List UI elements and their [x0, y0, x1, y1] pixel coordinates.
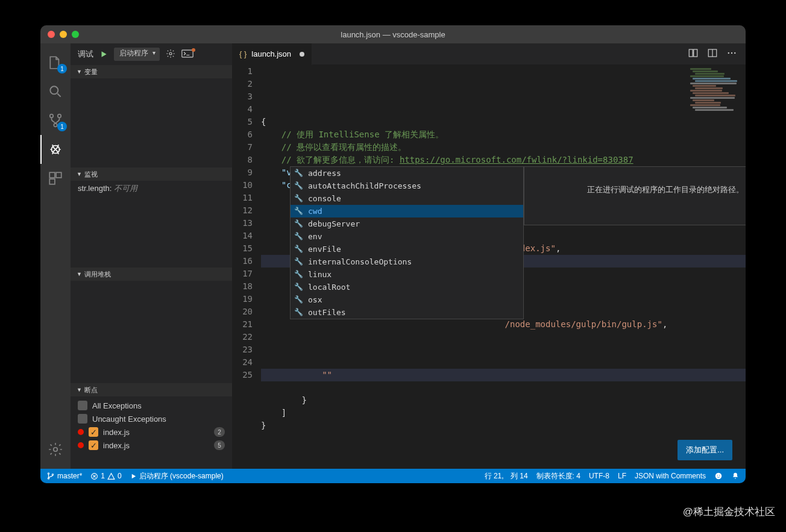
editor-tab[interactable]: { } launch.json — [232, 43, 312, 65]
tab-size[interactable]: 制表符长度: 4 — [536, 471, 580, 481]
checkbox[interactable]: ✓ — [89, 427, 98, 437]
suggest-item[interactable]: 🔧outFiles — [291, 306, 523, 319]
suggest-item[interactable]: 🔧osx — [291, 293, 523, 306]
watermark: @稀土掘金技术社区 — [683, 505, 775, 519]
tab-bar: { } launch.json — [232, 43, 746, 65]
code-line[interactable]: { — [261, 116, 746, 128]
svg-rect-12 — [694, 49, 697, 57]
suggest-item[interactable]: 🔧localRoot — [291, 281, 523, 293]
git-branch[interactable]: master* — [46, 472, 82, 480]
source-control-icon[interactable]: 1 — [40, 106, 71, 135]
code-line[interactable]: // 欲了解更多信息，请访问: https://go.microsoft.com… — [261, 154, 746, 166]
suggest-item[interactable]: 🔧autoAttachChildProcesses — [291, 180, 523, 192]
section-variables-body — [71, 78, 232, 167]
suggest-item[interactable]: 🔧address — [291, 167, 523, 180]
breakpoint-row[interactable]: ✓index.js2 — [71, 425, 232, 439]
breakpoint-row[interactable]: Uncaught Exceptions — [71, 412, 232, 425]
breakpoint-dot-icon — [78, 429, 84, 435]
start-debug-icon[interactable] — [99, 50, 108, 58]
error-count: 1 — [101, 472, 105, 480]
breakpoint-label: index.js — [103, 428, 209, 437]
section-variables-header[interactable]: ▼变量 — [71, 65, 232, 78]
scm-badge: 1 — [57, 122, 67, 131]
debug-sidebar: 调试 启动程序 ▼变量 ▼监视 str.length: 不可用 — [71, 43, 232, 469]
watch-expression[interactable]: str.length: — [78, 184, 112, 193]
json-icon: { } — [239, 49, 247, 58]
add-configuration-button[interactable]: 添加配置... — [678, 440, 732, 460]
settings-gear-icon[interactable] — [40, 435, 71, 464]
status-problems[interactable]: 1 0 — [90, 472, 121, 480]
svg-point-1 — [50, 114, 53, 117]
suggest-item[interactable]: 🔧debugServer — [291, 217, 523, 230]
code-line[interactable] — [261, 331, 746, 343]
feedback-icon[interactable] — [714, 472, 723, 480]
code-line[interactable] — [261, 356, 746, 369]
debug-config-select[interactable]: 启动程序 — [114, 48, 160, 61]
explorer-icon[interactable]: 1 — [40, 48, 71, 77]
checkbox[interactable]: ✓ — [89, 440, 98, 450]
section-watch-header[interactable]: ▼监视 — [71, 167, 232, 181]
section-breakpoints-header[interactable]: ▼断点 — [71, 383, 232, 396]
wrench-icon: 🔧 — [294, 230, 303, 243]
wrench-icon: 🔧 — [294, 180, 303, 192]
explorer-badge: 1 — [57, 64, 67, 74]
cursor-position[interactable]: 行 21, 列 14 — [485, 471, 528, 481]
wrench-icon: 🔧 — [294, 306, 303, 319]
status-launch[interactable]: 启动程序 (vscode-sample) — [130, 471, 224, 481]
compare-changes-icon[interactable] — [688, 48, 699, 61]
breakpoint-label: Uncaught Exceptions — [92, 415, 225, 424]
svg-point-8 — [54, 448, 58, 452]
svg-point-19 — [52, 474, 53, 475]
split-editor-icon[interactable] — [707, 48, 718, 61]
suggest-item[interactable]: 🔧env — [291, 230, 523, 243]
chevron-down-icon: ▼ — [77, 171, 82, 177]
section-breakpoints-label: 断点 — [84, 386, 98, 395]
breakpoint-label: All Exceptions — [92, 401, 225, 410]
code-line[interactable]: "" — [261, 369, 746, 381]
code-line[interactable]: ] — [261, 407, 746, 419]
wrench-icon: 🔧 — [294, 167, 303, 180]
chevron-down-icon: ▼ — [77, 271, 82, 277]
more-actions-icon[interactable] — [726, 48, 737, 61]
section-breakpoints-body: All ExceptionsUncaught Exceptions✓index.… — [71, 396, 232, 469]
line-gutter: 1234567891011121314151617181920212223242… — [232, 65, 261, 469]
breakpoint-row[interactable]: All Exceptions — [71, 399, 232, 412]
search-icon[interactable] — [40, 77, 71, 106]
checkbox[interactable] — [78, 414, 87, 424]
code-line[interactable] — [261, 381, 746, 394]
checkbox[interactable] — [78, 401, 87, 410]
code-editor[interactable]: 1234567891011121314151617181920212223242… — [232, 65, 746, 469]
code-line[interactable]: // 悬停以查看现有属性的描述。 — [261, 141, 746, 154]
code-lines[interactable]: { // 使用 IntelliSense 了解相关属性。 // 悬停以查看现有属… — [261, 65, 746, 469]
eol[interactable]: LF — [618, 472, 626, 480]
breakpoint-label: index.js — [103, 441, 209, 450]
suggest-item[interactable]: 🔧cwd — [291, 205, 523, 217]
section-callstack-header[interactable]: ▼调用堆栈 — [71, 268, 232, 281]
code-line[interactable]: // 使用 IntelliSense 了解相关属性。 — [261, 128, 746, 141]
extensions-icon[interactable] — [40, 164, 71, 193]
svg-point-3 — [54, 124, 57, 127]
svg-point-16 — [734, 52, 735, 53]
wrench-icon: 🔧 — [294, 281, 303, 293]
suggest-item[interactable]: 🔧console — [291, 192, 523, 205]
code-line[interactable]: /node_modules/gulp/bin/gulp.js", — [261, 318, 746, 331]
autocomplete-popup[interactable]: 🔧address🔧autoAttachChildProcesses🔧consol… — [290, 166, 524, 319]
debug-settings-icon[interactable] — [166, 49, 175, 60]
section-callstack-label: 调用堆栈 — [84, 270, 111, 279]
bell-icon[interactable] — [731, 472, 740, 480]
wrench-icon: 🔧 — [294, 255, 303, 268]
suggest-item[interactable]: 🔧linux — [291, 268, 523, 281]
suggest-item[interactable]: 🔧internalConsoleOptions — [291, 255, 523, 268]
section-variables-label: 变量 — [84, 67, 98, 77]
encoding[interactable]: UTF-8 — [589, 472, 609, 480]
debug-console-icon[interactable] — [181, 49, 193, 60]
code-line[interactable]: } — [261, 394, 746, 407]
code-line[interactable] — [261, 343, 746, 356]
svg-rect-6 — [56, 172, 61, 178]
code-line[interactable]: } — [261, 419, 746, 432]
wrench-icon: 🔧 — [294, 293, 303, 306]
language-mode[interactable]: JSON with Comments — [635, 472, 706, 480]
debug-icon[interactable] — [40, 135, 71, 164]
breakpoint-row[interactable]: ✓index.js5 — [71, 439, 232, 452]
suggest-item[interactable]: 🔧envFile — [291, 243, 523, 255]
